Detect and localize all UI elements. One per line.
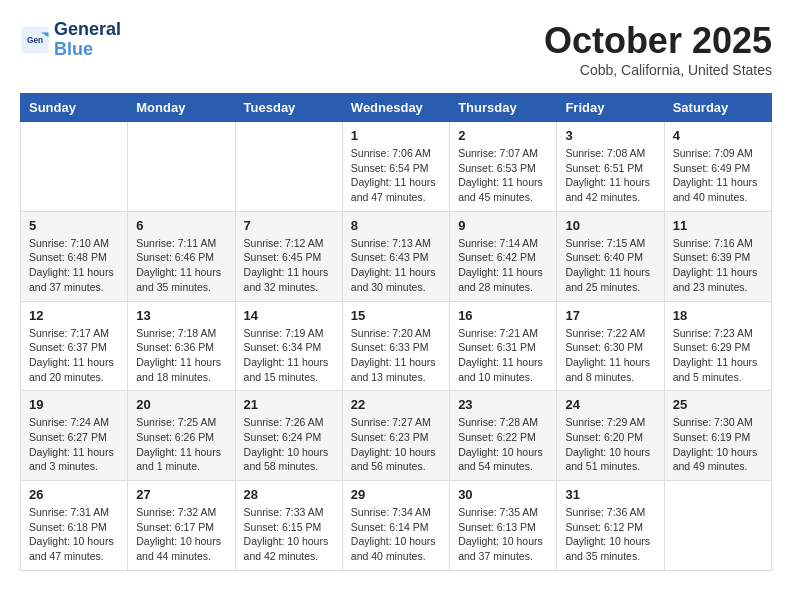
calendar-week-3: 12Sunrise: 7:17 AM Sunset: 6:37 PM Dayli…	[21, 301, 772, 391]
day-info: Sunrise: 7:25 AM Sunset: 6:26 PM Dayligh…	[136, 415, 226, 474]
calendar-cell: 24Sunrise: 7:29 AM Sunset: 6:20 PM Dayli…	[557, 391, 664, 481]
calendar-week-4: 19Sunrise: 7:24 AM Sunset: 6:27 PM Dayli…	[21, 391, 772, 481]
day-info: Sunrise: 7:31 AM Sunset: 6:18 PM Dayligh…	[29, 505, 119, 564]
calendar-cell: 11Sunrise: 7:16 AM Sunset: 6:39 PM Dayli…	[664, 211, 771, 301]
day-number: 11	[673, 218, 763, 233]
day-number: 19	[29, 397, 119, 412]
calendar-cell: 23Sunrise: 7:28 AM Sunset: 6:22 PM Dayli…	[450, 391, 557, 481]
calendar-cell: 30Sunrise: 7:35 AM Sunset: 6:13 PM Dayli…	[450, 481, 557, 571]
calendar-cell: 19Sunrise: 7:24 AM Sunset: 6:27 PM Dayli…	[21, 391, 128, 481]
header-row: SundayMondayTuesdayWednesdayThursdayFrid…	[21, 94, 772, 122]
day-info: Sunrise: 7:23 AM Sunset: 6:29 PM Dayligh…	[673, 326, 763, 385]
calendar-cell: 2Sunrise: 7:07 AM Sunset: 6:53 PM Daylig…	[450, 122, 557, 212]
calendar-cell: 25Sunrise: 7:30 AM Sunset: 6:19 PM Dayli…	[664, 391, 771, 481]
day-number: 5	[29, 218, 119, 233]
calendar-cell: 28Sunrise: 7:33 AM Sunset: 6:15 PM Dayli…	[235, 481, 342, 571]
calendar-cell: 6Sunrise: 7:11 AM Sunset: 6:46 PM Daylig…	[128, 211, 235, 301]
day-number: 22	[351, 397, 441, 412]
day-info: Sunrise: 7:24 AM Sunset: 6:27 PM Dayligh…	[29, 415, 119, 474]
calendar-cell: 7Sunrise: 7:12 AM Sunset: 6:45 PM Daylig…	[235, 211, 342, 301]
day-info: Sunrise: 7:21 AM Sunset: 6:31 PM Dayligh…	[458, 326, 548, 385]
calendar-cell	[235, 122, 342, 212]
calendar-cell: 16Sunrise: 7:21 AM Sunset: 6:31 PM Dayli…	[450, 301, 557, 391]
calendar-cell: 15Sunrise: 7:20 AM Sunset: 6:33 PM Dayli…	[342, 301, 449, 391]
day-number: 8	[351, 218, 441, 233]
day-number: 30	[458, 487, 548, 502]
day-number: 20	[136, 397, 226, 412]
day-info: Sunrise: 7:19 AM Sunset: 6:34 PM Dayligh…	[244, 326, 334, 385]
day-info: Sunrise: 7:16 AM Sunset: 6:39 PM Dayligh…	[673, 236, 763, 295]
calendar-cell: 22Sunrise: 7:27 AM Sunset: 6:23 PM Dayli…	[342, 391, 449, 481]
day-info: Sunrise: 7:30 AM Sunset: 6:19 PM Dayligh…	[673, 415, 763, 474]
day-number: 12	[29, 308, 119, 323]
day-info: Sunrise: 7:08 AM Sunset: 6:51 PM Dayligh…	[565, 146, 655, 205]
calendar-cell: 26Sunrise: 7:31 AM Sunset: 6:18 PM Dayli…	[21, 481, 128, 571]
day-info: Sunrise: 7:36 AM Sunset: 6:12 PM Dayligh…	[565, 505, 655, 564]
svg-text:Gen: Gen	[27, 36, 43, 45]
calendar-cell: 3Sunrise: 7:08 AM Sunset: 6:51 PM Daylig…	[557, 122, 664, 212]
day-number: 1	[351, 128, 441, 143]
calendar-cell: 9Sunrise: 7:14 AM Sunset: 6:42 PM Daylig…	[450, 211, 557, 301]
header-cell-monday: Monday	[128, 94, 235, 122]
day-number: 16	[458, 308, 548, 323]
day-number: 24	[565, 397, 655, 412]
day-number: 31	[565, 487, 655, 502]
day-number: 4	[673, 128, 763, 143]
calendar-table: SundayMondayTuesdayWednesdayThursdayFrid…	[20, 93, 772, 571]
calendar-body: 1Sunrise: 7:06 AM Sunset: 6:54 PM Daylig…	[21, 122, 772, 571]
day-info: Sunrise: 7:22 AM Sunset: 6:30 PM Dayligh…	[565, 326, 655, 385]
day-number: 13	[136, 308, 226, 323]
month-title: October 2025	[544, 20, 772, 62]
day-info: Sunrise: 7:11 AM Sunset: 6:46 PM Dayligh…	[136, 236, 226, 295]
day-info: Sunrise: 7:17 AM Sunset: 6:37 PM Dayligh…	[29, 326, 119, 385]
day-info: Sunrise: 7:20 AM Sunset: 6:33 PM Dayligh…	[351, 326, 441, 385]
day-number: 21	[244, 397, 334, 412]
calendar-cell	[21, 122, 128, 212]
header-cell-sunday: Sunday	[21, 94, 128, 122]
logo-icon: Gen	[20, 25, 50, 55]
calendar-cell: 14Sunrise: 7:19 AM Sunset: 6:34 PM Dayli…	[235, 301, 342, 391]
day-info: Sunrise: 7:32 AM Sunset: 6:17 PM Dayligh…	[136, 505, 226, 564]
calendar-cell: 20Sunrise: 7:25 AM Sunset: 6:26 PM Dayli…	[128, 391, 235, 481]
location: Cobb, California, United States	[544, 62, 772, 78]
day-info: Sunrise: 7:15 AM Sunset: 6:40 PM Dayligh…	[565, 236, 655, 295]
calendar-cell: 13Sunrise: 7:18 AM Sunset: 6:36 PM Dayli…	[128, 301, 235, 391]
day-number: 27	[136, 487, 226, 502]
day-number: 7	[244, 218, 334, 233]
logo-text: General Blue	[54, 20, 121, 60]
day-info: Sunrise: 7:28 AM Sunset: 6:22 PM Dayligh…	[458, 415, 548, 474]
calendar-header: SundayMondayTuesdayWednesdayThursdayFrid…	[21, 94, 772, 122]
day-number: 15	[351, 308, 441, 323]
header-cell-friday: Friday	[557, 94, 664, 122]
day-number: 29	[351, 487, 441, 502]
header-cell-saturday: Saturday	[664, 94, 771, 122]
day-number: 14	[244, 308, 334, 323]
calendar-week-2: 5Sunrise: 7:10 AM Sunset: 6:48 PM Daylig…	[21, 211, 772, 301]
day-info: Sunrise: 7:33 AM Sunset: 6:15 PM Dayligh…	[244, 505, 334, 564]
day-info: Sunrise: 7:18 AM Sunset: 6:36 PM Dayligh…	[136, 326, 226, 385]
day-info: Sunrise: 7:29 AM Sunset: 6:20 PM Dayligh…	[565, 415, 655, 474]
calendar-cell: 5Sunrise: 7:10 AM Sunset: 6:48 PM Daylig…	[21, 211, 128, 301]
day-info: Sunrise: 7:26 AM Sunset: 6:24 PM Dayligh…	[244, 415, 334, 474]
calendar-cell: 29Sunrise: 7:34 AM Sunset: 6:14 PM Dayli…	[342, 481, 449, 571]
calendar-cell: 31Sunrise: 7:36 AM Sunset: 6:12 PM Dayli…	[557, 481, 664, 571]
header-cell-wednesday: Wednesday	[342, 94, 449, 122]
day-number: 10	[565, 218, 655, 233]
calendar-week-5: 26Sunrise: 7:31 AM Sunset: 6:18 PM Dayli…	[21, 481, 772, 571]
page-header: Gen General Blue October 2025 Cobb, Cali…	[20, 20, 772, 78]
calendar-cell: 10Sunrise: 7:15 AM Sunset: 6:40 PM Dayli…	[557, 211, 664, 301]
header-cell-tuesday: Tuesday	[235, 94, 342, 122]
day-number: 18	[673, 308, 763, 323]
day-info: Sunrise: 7:07 AM Sunset: 6:53 PM Dayligh…	[458, 146, 548, 205]
day-number: 2	[458, 128, 548, 143]
title-block: October 2025 Cobb, California, United St…	[544, 20, 772, 78]
day-info: Sunrise: 7:06 AM Sunset: 6:54 PM Dayligh…	[351, 146, 441, 205]
day-info: Sunrise: 7:09 AM Sunset: 6:49 PM Dayligh…	[673, 146, 763, 205]
header-cell-thursday: Thursday	[450, 94, 557, 122]
logo: Gen General Blue	[20, 20, 121, 60]
calendar-cell	[128, 122, 235, 212]
calendar-cell: 21Sunrise: 7:26 AM Sunset: 6:24 PM Dayli…	[235, 391, 342, 481]
calendar-week-1: 1Sunrise: 7:06 AM Sunset: 6:54 PM Daylig…	[21, 122, 772, 212]
day-info: Sunrise: 7:10 AM Sunset: 6:48 PM Dayligh…	[29, 236, 119, 295]
day-number: 26	[29, 487, 119, 502]
